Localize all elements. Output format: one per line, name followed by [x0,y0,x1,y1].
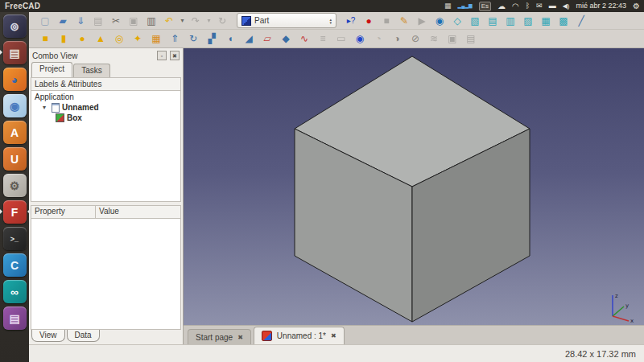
keyboard-layout-indicator[interactable]: Es [479,2,491,11]
boolean-union-icon[interactable]: ◉ [352,31,368,46]
combo-view-title: Combo View [32,51,78,60]
refresh-icon[interactable]: ↻ [214,14,230,28]
combo-tab[interactable]: Tasks [73,64,110,77]
document-tab[interactable]: Start page ✖ [188,329,251,344]
property-tab[interactable]: View [31,330,65,342]
measure-distance-icon[interactable]: ╱ [573,14,589,28]
view-axonometric-icon[interactable]: ◇ [449,14,465,28]
view-left-icon[interactable]: ▩ [555,14,572,28]
view-right-icon[interactable]: ▥ [502,14,518,28]
undo-icon[interactable]: ↶ [161,14,177,28]
document-tab[interactable]: Unnamed : 1* ✖ [254,327,345,344]
boolean-common-icon[interactable]: ◑ [389,31,405,46]
launcher-purple-app[interactable]: ▤ [3,306,27,330]
launcher-freecad[interactable]: F [3,200,27,224]
new-document-icon[interactable]: ▢ [37,14,53,28]
macro-play-icon[interactable]: ▶ [414,14,430,28]
tree-document-unnamed[interactable]: ▾ Unnamed [31,102,180,113]
3d-viewport[interactable]: z y x [184,48,644,325]
undo-dropdown-arrow[interactable]: ▾ [179,14,186,28]
bluetooth-icon[interactable]: ᛒ [526,0,530,12]
battery-icon[interactable]: ▬ [549,0,556,12]
3d-cube[interactable] [184,48,644,325]
launcher-item-glyph: C [10,259,19,272]
expander-caret-icon[interactable]: ▾ [43,104,49,111]
part-revolve-icon[interactable]: ↻ [185,31,201,46]
launcher-ubuntu-one[interactable]: U [3,147,27,171]
macro-record-icon[interactable]: ● [361,14,377,28]
part-ruled-surface-icon[interactable]: ▱ [259,31,275,46]
part-mirror-icon[interactable]: ▞ [204,31,220,46]
property-table-body[interactable] [31,219,181,330]
part-sphere-icon[interactable]: ● [74,31,90,46]
tab-close-icon[interactable]: ✖ [331,332,336,339]
part-cone-icon[interactable]: ▲ [93,31,109,46]
cross-sections-icon[interactable]: ≋ [426,31,442,46]
part-fillet-icon[interactable]: ◖ [222,31,238,46]
volume-icon[interactable]: ◀) [563,0,570,12]
boolean-section-icon[interactable]: ⊘ [407,31,423,46]
workbench-spinner[interactable]: ▴ ▾ [329,18,332,24]
tab-close-icon[interactable]: ✖ [237,334,243,341]
launcher-terminal[interactable]: >_ [3,227,27,250]
dock-close-icon[interactable]: ✖ [170,51,180,60]
view-rear-icon[interactable]: ▨ [520,14,536,28]
part-cylinder-icon[interactable]: ▮ [56,31,72,46]
launcher-ubuntu-dash[interactable]: ⊚ [3,14,27,38]
part-sweep-icon[interactable]: ∿ [296,31,312,46]
cut-icon[interactable]: ✂ [108,14,124,28]
print-icon[interactable]: ▤ [90,14,106,28]
view-bottom-icon[interactable]: ▦ [538,14,554,28]
launcher-software-center[interactable]: A [3,121,27,144]
part-offset-icon[interactable]: ≡ [315,31,331,46]
boolean-cut-icon[interactable]: ◔ [370,31,386,46]
launcher-system-settings[interactable]: ⚙ [3,174,27,197]
part-shapebuilder-icon[interactable]: ▦ [148,31,164,46]
part-extrude-icon[interactable]: ⇑ [167,31,183,46]
launcher-c-app[interactable]: C [3,253,27,277]
dock-float-icon[interactable]: ▫ [157,51,167,60]
view-fit-all-icon[interactable]: ◉ [431,14,448,28]
part-thickness-icon[interactable]: ▭ [333,31,349,46]
compound-icon[interactable]: ▣ [444,31,460,46]
property-column-header[interactable]: Value [96,206,180,218]
combo-view-panel: Combo View ▫ ✖ ProjectTasks Labels & Att… [29,48,184,344]
y-axis-label: y [625,302,629,309]
workspace-switcher-icon[interactable]: ▦ [444,0,452,12]
part-chamfer-icon[interactable]: ◢ [241,31,257,46]
combo-tab[interactable]: Project [31,62,72,77]
launcher-firefox[interactable]: ◕ [3,68,27,91]
tree-item-box[interactable]: Box [31,113,180,123]
tree-root-application[interactable]: Application [31,92,180,102]
part-loft-icon[interactable]: ◆ [278,31,294,46]
whats-this-icon[interactable]: ▸? [343,14,359,28]
macro-edit-icon[interactable]: ✎ [396,14,412,28]
system-monitor-icon[interactable]: ▂▄▂▆ [458,0,473,12]
save-icon[interactable]: ⇓ [72,14,89,28]
launcher-files[interactable]: ▤ [3,41,27,64]
property-column-header[interactable]: Property [31,206,96,218]
workbench-selector[interactable]: Part ▴ ▾ [237,13,336,28]
copy-icon[interactable]: ▣ [126,14,142,28]
macro-stop-icon[interactable]: ■ [378,14,394,28]
box-object-icon [56,113,64,122]
wifi-icon[interactable]: ◠ [512,0,519,12]
launcher-arduino[interactable]: ∞ [3,280,27,303]
part-primitives-icon[interactable]: ✦ [130,31,146,46]
part-torus-icon[interactable]: ◎ [111,31,127,46]
session-gear-icon[interactable]: ⚙ [633,0,640,12]
redo-icon[interactable]: ↷ [188,14,204,28]
paste-icon[interactable]: ▥ [143,14,159,28]
redo-dropdown-arrow[interactable]: ▾ [205,14,213,28]
view-top-icon[interactable]: ▤ [485,14,501,28]
clock-label[interactable]: mié abr 2 22:43 [576,0,626,12]
check-geometry-icon[interactable]: ▤ [463,31,479,46]
mail-icon[interactable]: ✉ [536,0,543,12]
cloud-icon[interactable]: ☁ [497,0,506,12]
property-tab[interactable]: Data [67,330,100,342]
part-box-icon[interactable]: ■ [37,31,53,46]
spin-down-icon[interactable]: ▾ [329,21,332,24]
open-document-icon[interactable]: ▰ [55,14,71,28]
view-front-icon[interactable]: ▧ [467,14,483,28]
launcher-chromium[interactable]: ◉ [3,94,27,117]
